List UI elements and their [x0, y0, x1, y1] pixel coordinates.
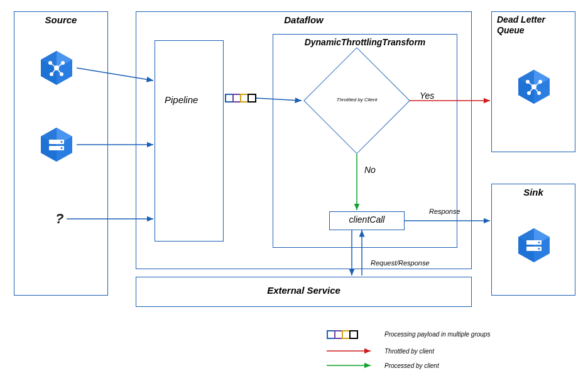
dataflow-title: Dataflow: [136, 12, 471, 28]
no-label: No: [364, 165, 376, 175]
external-service-box: External Service: [136, 277, 472, 307]
req-resp-label: Request/Response: [371, 259, 430, 267]
payload-squares: [225, 94, 255, 103]
dlq-pubsub-icon: [515, 68, 553, 106]
source-title: Source: [14, 12, 107, 28]
sink-storage-icon: [515, 226, 553, 264]
legend-throttled-label: Throttled by client: [384, 348, 434, 355]
pipeline-box: [155, 40, 224, 242]
response-label: Response: [429, 208, 460, 215]
dlq-title: Dead Letter Queue: [492, 12, 575, 38]
svg-point-37: [538, 248, 540, 250]
transform-title: DynamicThrottlingTransform: [273, 35, 457, 50]
source-pubsub-icon: [38, 49, 75, 87]
sink-title: Sink: [492, 184, 575, 200]
svg-point-18: [61, 147, 63, 149]
svg-marker-33: [518, 228, 534, 262]
source-storage-icon: [38, 126, 75, 164]
pipeline-label: Pipeline: [165, 94, 198, 105]
svg-point-36: [538, 242, 540, 243]
svg-marker-14: [41, 128, 57, 162]
yes-label: Yes: [420, 91, 434, 101]
source-question-mark: ?: [55, 211, 63, 227]
svg-point-17: [61, 141, 63, 143]
external-service-title: External Service: [136, 277, 471, 298]
legend-payload-label: Processing payload in multiple groups: [384, 331, 490, 338]
legend-payload-squares: [327, 330, 357, 339]
clientcall-box: clientCall: [329, 211, 405, 230]
decision-label: Throttled by Client: [330, 97, 383, 103]
legend-processed-label: Processed by client: [384, 362, 439, 369]
